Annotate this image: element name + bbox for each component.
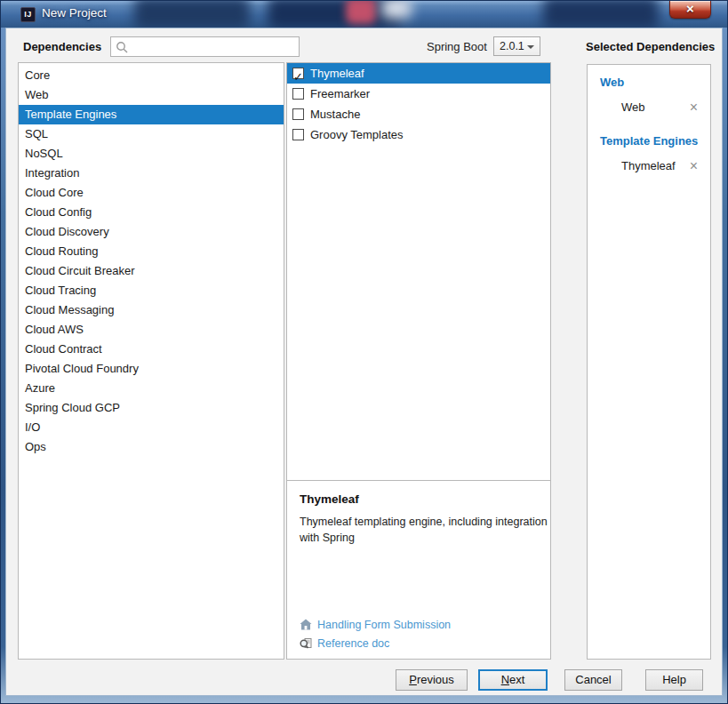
category-item-pivotal-cloud-foundry[interactable]: Pivotal Cloud Foundry xyxy=(19,359,284,379)
link-label: Reference doc xyxy=(317,637,389,650)
link-label: Handling Form Submission xyxy=(317,619,451,631)
dependency-label: Thymeleaf xyxy=(310,63,364,84)
help-button[interactable]: Help xyxy=(645,669,703,691)
category-item-ops[interactable]: Ops xyxy=(19,437,284,457)
remove-icon[interactable]: × xyxy=(690,102,700,113)
dialog-content: Dependencies Spring Boot 2.0.1 Selected … xyxy=(5,28,723,696)
close-button[interactable]: × xyxy=(669,1,711,19)
selected-dependencies-panel: Web Web × Template Engines Thymeleaf × xyxy=(587,64,711,660)
category-item-cloud-config[interactable]: Cloud Config xyxy=(19,203,284,222)
selected-item-thymeleaf: Thymeleaf × xyxy=(621,159,700,172)
intellij-logo-icon: IJ xyxy=(20,7,36,22)
category-item-nosql[interactable]: NoSQL xyxy=(19,144,284,164)
dependency-row-thymeleaf[interactable]: Thymeleaf xyxy=(287,63,550,84)
dependency-label: Freemarker xyxy=(310,84,370,104)
search-icon xyxy=(116,41,128,53)
description-title: Thymeleaf xyxy=(300,492,538,506)
category-item-integration[interactable]: Integration xyxy=(19,164,284,183)
description-text: Thymeleaf templating engine, including i… xyxy=(300,514,557,546)
category-item-cloud-aws[interactable]: Cloud AWS xyxy=(19,320,284,340)
category-item-cloud-routing[interactable]: Cloud Routing xyxy=(19,242,284,261)
button-label: Next xyxy=(480,671,546,689)
checkbox-checked[interactable] xyxy=(292,68,304,79)
next-button[interactable]: Next xyxy=(478,669,548,691)
checkbox-unchecked[interactable] xyxy=(292,88,304,100)
new-project-dialog: IJ New Project × Dependencies Spring Boo… xyxy=(0,0,728,704)
dependency-list: Thymeleaf Freemarker Mustache Groovy Tem… xyxy=(287,63,550,481)
category-list: Core Web Template Engines SQL NoSQL Inte… xyxy=(18,62,284,660)
dependency-row-groovy-templates[interactable]: Groovy Templates xyxy=(287,124,550,145)
window-title: New Project xyxy=(42,6,107,20)
category-item-spring-cloud-gcp[interactable]: Spring Cloud GCP xyxy=(19,398,284,418)
selected-item-label: Thymeleaf xyxy=(621,159,676,172)
category-item-cloud-messaging[interactable]: Cloud Messaging xyxy=(19,300,284,320)
selected-item-web: Web × xyxy=(621,100,700,114)
category-item-cloud-tracing[interactable]: Cloud Tracing xyxy=(19,281,284,300)
search-box xyxy=(110,36,300,57)
reference-doc-icon xyxy=(300,637,312,650)
dependency-row-freemarker[interactable]: Freemarker xyxy=(287,84,550,104)
glass-reflection xyxy=(543,1,659,28)
category-item-cloud-contract[interactable]: Cloud Contract xyxy=(19,340,284,359)
glass-reflection xyxy=(134,1,250,28)
search-input[interactable] xyxy=(131,38,296,55)
checkbox-unchecked[interactable] xyxy=(292,129,304,140)
category-item-cloud-discovery[interactable]: Cloud Discovery xyxy=(19,222,284,242)
category-item-io[interactable]: I/O xyxy=(19,418,284,437)
category-item-web[interactable]: Web xyxy=(19,85,284,105)
glass-reflection xyxy=(346,1,376,24)
spring-boot-version-select[interactable]: 2.0.1 xyxy=(493,36,540,56)
chevron-down-icon xyxy=(527,45,534,49)
reference-links: Handling Form Submission Reference doc xyxy=(300,615,451,652)
cancel-button[interactable]: Cancel xyxy=(564,669,622,691)
dependencies-label: Dependencies xyxy=(23,40,101,53)
checkbox-unchecked[interactable] xyxy=(292,108,304,120)
selected-dependencies-label: Selected Dependencies xyxy=(586,40,715,53)
spring-boot-version-value: 2.0.1 xyxy=(500,40,524,52)
selected-group-header-template-engines: Template Engines xyxy=(600,134,700,148)
dependency-label: Mustache xyxy=(310,104,360,124)
home-icon xyxy=(300,619,312,630)
category-item-core[interactable]: Core xyxy=(19,66,284,85)
category-item-sql[interactable]: SQL xyxy=(19,124,284,144)
link-handling-form-submission[interactable]: Handling Form Submission xyxy=(300,615,451,634)
category-item-template-engines[interactable]: Template Engines xyxy=(19,105,284,124)
dependency-label: Groovy Templates xyxy=(310,124,404,145)
button-label: Help xyxy=(646,670,702,690)
spring-boot-label: Spring Boot xyxy=(427,40,487,53)
category-item-cloud-core[interactable]: Cloud Core xyxy=(19,183,284,203)
dependency-panel: Thymeleaf Freemarker Mustache Groovy Tem… xyxy=(286,62,551,660)
previous-button[interactable]: Previous xyxy=(396,669,468,691)
titlebar[interactable]: IJ New Project × xyxy=(1,1,727,28)
button-label: Cancel xyxy=(565,670,621,690)
category-item-cloud-circuit-breaker[interactable]: Cloud Circuit Breaker xyxy=(19,261,284,281)
remove-icon[interactable]: × xyxy=(690,161,700,172)
selected-group-header-web: Web xyxy=(600,76,700,89)
selected-item-label: Web xyxy=(621,100,645,114)
button-label: Previous xyxy=(396,670,467,690)
category-item-azure[interactable]: Azure xyxy=(19,379,284,398)
dependency-row-mustache[interactable]: Mustache xyxy=(287,104,550,124)
glass-reflection xyxy=(381,1,412,19)
link-reference-doc[interactable]: Reference doc xyxy=(300,634,451,652)
